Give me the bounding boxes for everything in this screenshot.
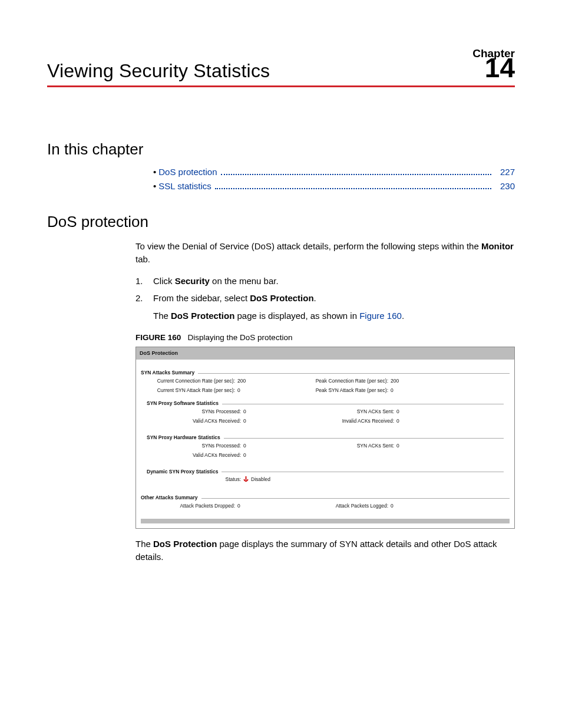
text-bold: DoS Protection — [250, 293, 313, 303]
panel-footer-bar — [141, 519, 510, 523]
closing-paragraph: The DoS Protection page displays the sum… — [135, 538, 515, 564]
legend: SYN Proxy Hardware Statistics — [147, 434, 224, 441]
value: 0 — [243, 408, 257, 415]
text: page is displayed, as shown in — [234, 311, 359, 321]
value: 200 — [391, 377, 405, 384]
toc-page[interactable]: 230 — [495, 181, 515, 191]
kv-row: Current Connection Rate (per sec):200 Pe… — [147, 377, 504, 384]
bullet-icon: • — [153, 167, 156, 177]
label: Peak Connection Rate (per sec): — [300, 377, 391, 384]
section-heading: DoS protection — [47, 213, 515, 231]
value: 0 — [396, 408, 411, 415]
toc-heading: In this chapter — [47, 140, 515, 159]
text-bold: Security — [175, 276, 210, 286]
value: 0 — [243, 452, 257, 459]
label: Invalid ACKs Received: — [306, 417, 396, 424]
figure-caption-bold: FIGURE 160 — [135, 333, 181, 342]
fieldset-syn-sw: SYN Proxy Software Statistics SYNs Proce… — [147, 400, 504, 428]
text: tab. — [135, 254, 150, 264]
value: 0 — [243, 417, 257, 424]
bullet-icon: • — [153, 181, 156, 191]
text: From the sidebar, select — [153, 293, 250, 303]
fieldset-syn-summary: SYN Attacks Summary Current Connection R… — [141, 369, 510, 488]
text-bold: DoS Protection — [153, 539, 217, 549]
step-text: From the sidebar, select DoS Protection. — [153, 292, 316, 305]
legend: SYN Attacks Summary — [141, 369, 198, 376]
value: 0 — [237, 502, 252, 509]
step-number: 1. — [135, 275, 153, 288]
kv-row: SYNs Processed:0 SYN ACKs Sent:0 — [153, 408, 498, 415]
legend: Other Attacks Summary — [141, 494, 201, 501]
toc-row: • SSL statistics 230 — [153, 181, 515, 192]
label: Valid ACKs Received: — [153, 417, 243, 424]
text: The — [153, 311, 171, 321]
fieldset-other-attacks: Other Attacks Summary Attack Packets Dro… — [141, 494, 510, 513]
steps: 1. Click Security on the menu bar. 2. Fr… — [135, 275, 515, 322]
figure-xref-link[interactable]: Figure 160 — [359, 311, 402, 321]
step-2: 2. From the sidebar, select DoS Protecti… — [135, 292, 515, 305]
toc-link-ssl[interactable]: SSL statistics — [158, 181, 211, 191]
kv-row: SYNs Processed:0 SYN ACKs Sent:0 — [153, 442, 498, 449]
toc-page[interactable]: 227 — [495, 167, 515, 177]
panel-body: SYN Attacks Summary Current Connection R… — [136, 360, 514, 528]
text-bold: Monitor — [481, 241, 514, 251]
kv-row: Current SYN Attack Rate (per sec):0 Peak… — [147, 387, 504, 394]
chapter-title: Viewing Security Statistics — [47, 60, 270, 82]
step-2-result: The DoS Protection page is displayed, as… — [153, 309, 515, 322]
value: 200 — [237, 377, 252, 384]
figure-caption: FIGURE 160 Displaying the DoS protection — [135, 332, 515, 344]
section-body: To view the Denial of Service (DoS) atta… — [47, 240, 515, 564]
label: Status: — [153, 476, 243, 483]
figure-caption-text: Displaying the DoS protection — [188, 333, 293, 342]
label: SYNs Processed: — [153, 442, 243, 449]
kv-row: Attack Packets Dropped:0 Attack Packets … — [147, 502, 504, 509]
title-row: Viewing Security Statistics 14 — [47, 54, 515, 87]
step-text: Click Security on the menu bar. — [153, 275, 279, 288]
figure-dos-protection: DoS Protection SYN Attacks Summary Curre… — [135, 347, 515, 529]
text: . — [402, 311, 404, 321]
status-text: Disabled — [251, 476, 270, 482]
value: 0 — [396, 417, 411, 424]
toc-row: • DoS protection 227 — [153, 167, 515, 177]
step-1: 1. Click Security on the menu bar. — [135, 275, 515, 288]
toc-dots — [215, 187, 491, 189]
value: 0 — [391, 502, 405, 509]
label: Attack Packets Dropped: — [147, 502, 237, 509]
label: Attack Packets Logged: — [300, 502, 391, 509]
label: Current SYN Attack Rate (per sec): — [147, 387, 237, 394]
value: 0 — [396, 442, 411, 449]
toc: • DoS protection 227 • SSL statistics 23… — [47, 167, 515, 192]
label: Peak SYN Attack Rate (per sec): — [300, 387, 391, 394]
value: 0 — [391, 387, 405, 394]
label: Current Connection Rate (per sec): — [147, 377, 237, 384]
legend: SYN Proxy Software Statistics — [147, 400, 222, 407]
value: 0 — [243, 442, 257, 449]
legend: Dynamic SYN Proxy Statistics — [147, 468, 222, 475]
document-page: Chapter Viewing Security Statistics 14 I… — [0, 0, 562, 564]
value: 0 — [237, 387, 252, 394]
status-down-icon — [243, 476, 249, 483]
text: Click — [153, 276, 175, 286]
text: . — [314, 293, 316, 303]
label: SYN ACKs Sent: — [306, 408, 396, 415]
kv-row: Status: Disabled — [153, 476, 498, 483]
fieldset-syn-dyn: Dynamic SYN Proxy Statistics Status: — [147, 468, 504, 487]
value: Disabled — [243, 476, 270, 483]
text: on the menu bar. — [210, 276, 279, 286]
kv-row: Valid ACKs Received:0 Invalid ACKs Recei… — [153, 417, 498, 424]
intro-paragraph: To view the Denial of Service (DoS) atta… — [135, 240, 515, 266]
label: SYNs Processed: — [153, 408, 243, 415]
text-bold: DoS Protection — [171, 311, 234, 321]
chapter-number: 14 — [485, 54, 515, 81]
toc-link-dos[interactable]: DoS protection — [158, 167, 217, 177]
panel-title: DoS Protection — [136, 347, 514, 360]
label: Valid ACKs Received: — [153, 452, 243, 459]
fieldset-syn-hw: SYN Proxy Hardware Statistics SYNs Proce… — [147, 434, 504, 462]
toc-dots — [221, 173, 492, 175]
text: To view the Denial of Service (DoS) atta… — [135, 241, 481, 251]
text: The — [135, 539, 153, 549]
step-number: 2. — [135, 292, 153, 305]
kv-row: Valid ACKs Received:0 — [153, 452, 498, 459]
label: SYN ACKs Sent: — [306, 442, 396, 449]
